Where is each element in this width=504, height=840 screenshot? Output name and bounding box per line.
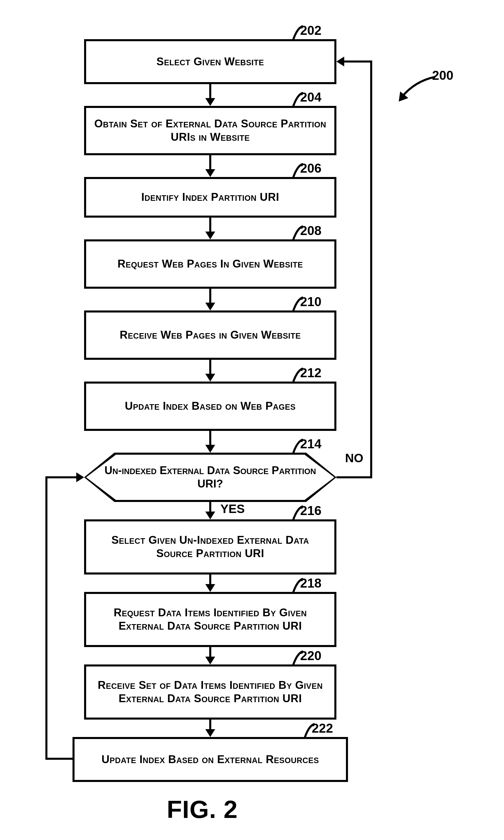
- ref-214: 214: [300, 437, 321, 451]
- svg-marker-20: [76, 472, 84, 482]
- arrow-down: [203, 575, 217, 592]
- ref-204: 204: [300, 90, 321, 104]
- svg-marker-17: [205, 657, 215, 664]
- label-yes: YES: [220, 502, 245, 516]
- step-text: Identify Index Partition URI: [141, 191, 279, 204]
- svg-marker-7: [205, 303, 215, 311]
- arrow-down-yes: [203, 502, 217, 519]
- ref-202: 202: [300, 23, 321, 38]
- arrow-down: [203, 84, 217, 106]
- step-text: Request Data Items Identified By Given E…: [92, 606, 328, 632]
- svg-marker-3: [205, 169, 215, 177]
- step-box-216: Select Given Un-Indexed External Data So…: [84, 519, 336, 575]
- ref-200-pointer: [397, 75, 438, 104]
- step-text: Request Web Pages In Given Website: [118, 257, 303, 271]
- step-box-212: Update Index Based on Web Pages: [84, 382, 336, 431]
- svg-marker-19: [205, 729, 215, 737]
- step-text: Receive Set of Data Items Identified By …: [92, 679, 328, 705]
- step-text: Select Given Website: [157, 55, 264, 69]
- step-text: Obtain Set of External Data Source Parti…: [92, 117, 328, 144]
- step-text: Receive Web Pages in Given Website: [120, 329, 301, 342]
- ref-200: 200: [432, 68, 453, 83]
- figure-label: FIG. 2: [167, 795, 238, 824]
- ref-222: 222: [312, 721, 333, 736]
- svg-marker-22: [399, 91, 408, 102]
- no-return-arrow: [336, 55, 383, 482]
- arrow-down: [203, 720, 217, 737]
- arrow-down: [203, 431, 217, 453]
- label-no: NO: [345, 451, 363, 465]
- step-text: Update Index Based on Web Pages: [125, 400, 296, 413]
- step-box-222: Update Index Based on External Resources: [72, 737, 348, 782]
- ref-208: 208: [300, 223, 321, 238]
- step-box-218: Request Data Items Identified By Given E…: [84, 592, 336, 647]
- decision-214: Un-indexed External Data Source Partitio…: [86, 455, 334, 500]
- step-box-206: Identify Index Partition URI: [84, 177, 336, 217]
- step-box-202: Select Given Website: [84, 39, 336, 84]
- flowchart-figure: Select Given Website 202 Obtain Set of E…: [0, 0, 504, 840]
- decision-text: Un-indexed External Data Source Partitio…: [104, 464, 317, 490]
- arrow-down: [203, 217, 217, 239]
- svg-marker-5: [205, 231, 215, 239]
- arrow-down: [203, 647, 217, 664]
- step-box-208: Request Web Pages In Given Website: [84, 239, 336, 289]
- arrow-down: [203, 155, 217, 177]
- step-text: Select Given Un-Indexed External Data So…: [92, 533, 328, 560]
- ref-210: 210: [300, 295, 321, 309]
- svg-marker-9: [205, 374, 215, 382]
- ref-216: 216: [300, 503, 321, 518]
- step-box-220: Receive Set of Data Items Identified By …: [84, 664, 336, 720]
- svg-marker-11: [205, 445, 215, 453]
- svg-marker-13: [205, 511, 215, 519]
- step-box-210: Receive Web Pages in Given Website: [84, 311, 336, 360]
- ref-206: 206: [300, 161, 321, 176]
- svg-marker-15: [205, 584, 215, 592]
- arrow-down: [203, 289, 217, 311]
- arrow-down: [203, 360, 217, 382]
- svg-marker-21: [336, 57, 344, 67]
- step-text: Update Index Based on External Resources: [102, 753, 319, 766]
- svg-marker-1: [205, 98, 215, 106]
- ref-218: 218: [300, 576, 321, 591]
- ref-212: 212: [300, 366, 321, 380]
- step-box-204: Obtain Set of External Data Source Parti…: [84, 106, 336, 155]
- ref-220: 220: [300, 648, 321, 663]
